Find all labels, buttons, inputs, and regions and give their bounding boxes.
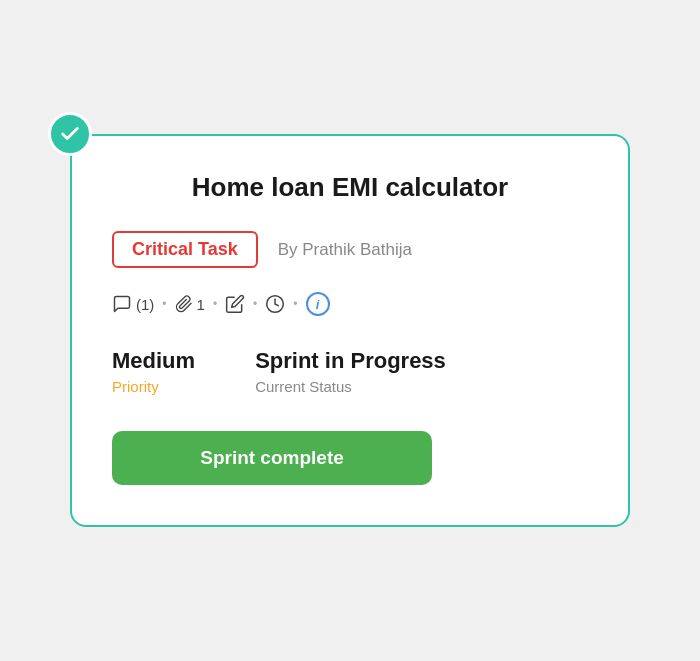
task-card: Home loan EMI calculator Critical Task B… [70,134,630,527]
status-value: Sprint in Progress [255,348,446,374]
dot-separator-4: • [293,297,297,311]
status-label: Current Status [255,378,446,395]
clock-icon-item [265,294,285,314]
sprint-complete-button[interactable]: Sprint complete [112,431,432,485]
priority-label: Priority [112,378,195,395]
edit-icon-item [225,294,245,314]
status-block: Sprint in Progress Current Status [255,348,446,395]
comment-icon-item: (1) [112,294,154,314]
edit-icon [225,294,245,314]
card-title: Home loan EMI calculator [112,172,588,203]
dot-separator-3: • [253,297,257,311]
dot-separator-1: • [162,297,166,311]
attachment-icon-item: 1 [175,295,205,313]
attachment-count: 1 [197,296,205,313]
icons-row: (1) • 1 • • [112,292,588,316]
stats-row: Medium Priority Sprint in Progress Curre… [112,348,588,395]
comment-count: (1) [136,296,154,313]
priority-block: Medium Priority [112,348,195,395]
comment-icon [112,294,132,314]
card-wrapper: Home loan EMI calculator Critical Task B… [70,134,630,527]
clock-icon [265,294,285,314]
task-info-row: Critical Task By Prathik Bathija [112,231,588,268]
priority-value: Medium [112,348,195,374]
critical-task-tag: Critical Task [112,231,258,268]
dot-separator-2: • [213,297,217,311]
info-icon-item: i [306,292,330,316]
author-label: By Prathik Bathija [278,240,412,260]
attachment-icon [175,295,193,313]
check-circle-icon [48,112,92,156]
